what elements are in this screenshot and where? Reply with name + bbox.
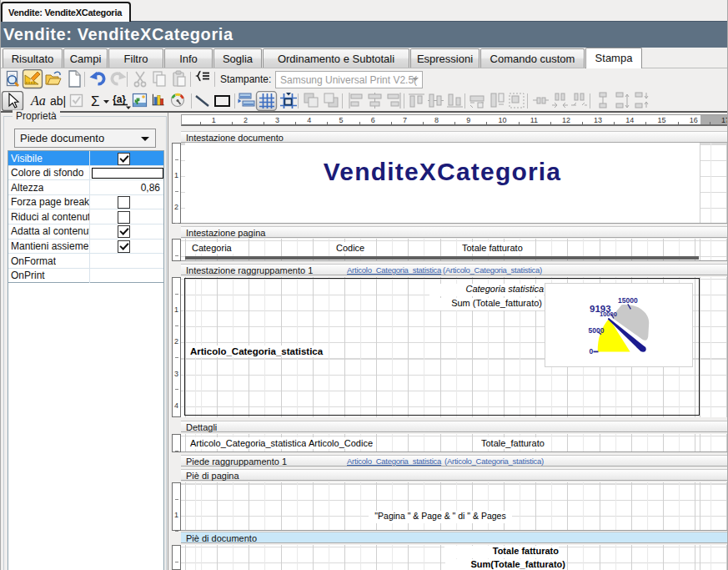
svg-text:5000: 5000: [589, 326, 605, 335]
svg-text:0: 0: [590, 347, 594, 356]
svg-text:Aa: Aa: [30, 93, 46, 108]
svg-text:10000: 10000: [600, 310, 617, 318]
svg-text:ab|: ab|: [50, 94, 66, 108]
svg-text:15000: 15000: [618, 296, 638, 305]
svg-text:Σ: Σ: [91, 93, 100, 109]
svg-text:{a}: {a}: [113, 93, 126, 105]
